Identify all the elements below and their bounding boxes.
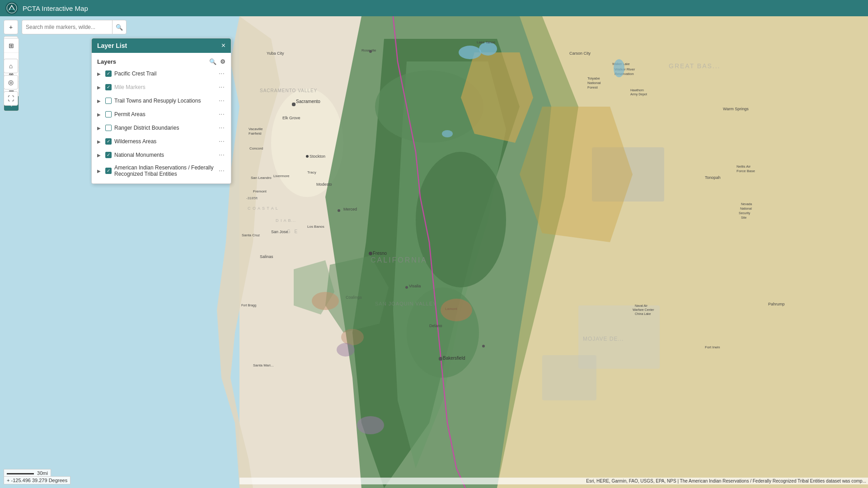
svg-point-79 bbox=[405, 286, 408, 289]
svg-text:Warfare Center: Warfare Center bbox=[633, 308, 654, 311]
svg-text:Nevada: Nevada bbox=[741, 202, 752, 206]
home-button[interactable]: ⌂ bbox=[4, 59, 18, 73]
svg-text:Santa Mari...: Santa Mari... bbox=[253, 363, 273, 367]
svg-text:-3185ft: -3185ft bbox=[246, 196, 258, 200]
svg-text:Merced: Merced bbox=[343, 207, 357, 211]
coordinates-text: + -125.496 39.279 Degrees bbox=[7, 478, 67, 483]
more-btn-permit[interactable]: ··· bbox=[218, 110, 225, 118]
more-btn-mon[interactable]: ··· bbox=[218, 151, 225, 159]
checkbox-ranger[interactable] bbox=[105, 125, 112, 131]
svg-point-85 bbox=[357, 416, 384, 434]
svg-text:Toiyabe: Toiyabe bbox=[587, 76, 600, 80]
layers-section-header: Layers 🔍 ⚙ bbox=[92, 56, 231, 67]
svg-text:Fresno: Fresno bbox=[373, 251, 387, 256]
svg-point-60 bbox=[614, 59, 624, 77]
zoom-in-button[interactable]: + bbox=[4, 20, 18, 34]
layer-item-permit[interactable]: ▶ Permit Areas ··· bbox=[92, 108, 231, 121]
nav-icons: ⌂ ◎ ⛶ bbox=[4, 59, 18, 106]
svg-point-0 bbox=[7, 3, 17, 13]
layer-item-tribal[interactable]: ▶ American Indian Reservations / Federal… bbox=[92, 162, 231, 180]
svg-text:Warm Springs: Warm Springs bbox=[723, 107, 749, 111]
checkbox-permit[interactable] bbox=[105, 111, 112, 117]
svg-text:Naval Air: Naval Air bbox=[635, 304, 648, 307]
layer-item-mile-markers[interactable]: ▶ Mile Markers ··· bbox=[92, 80, 231, 94]
expand-arrow-permit: ▶ bbox=[97, 112, 103, 117]
svg-text:SACRAMENTO VALLEY: SACRAMENTO VALLEY bbox=[260, 88, 317, 93]
attribution-text: Esri, HERE, Garmin, FAO, USGS, EPA, NPS … bbox=[586, 479, 866, 483]
layer-item-trail-towns[interactable]: ▶ Trail Towns and Resupply Locations ··· bbox=[92, 94, 231, 108]
checkbox-wild[interactable] bbox=[105, 138, 112, 145]
more-btn-tribal[interactable]: ··· bbox=[218, 167, 225, 175]
layer-name-mile: Mile Markers bbox=[114, 84, 215, 90]
search-button[interactable]: 🔍 bbox=[112, 20, 127, 34]
locate-button[interactable]: ◎ bbox=[4, 75, 18, 89]
more-btn-wild[interactable]: ··· bbox=[218, 137, 225, 145]
layer-item-ranger[interactable]: ▶ Ranger District Boundaries ··· bbox=[92, 121, 231, 135]
svg-text:Force Base: Force Base bbox=[737, 169, 755, 173]
svg-text:MOJAVE DE...: MOJAVE DE... bbox=[583, 336, 624, 342]
expand-arrow-mon: ▶ bbox=[97, 153, 103, 158]
checkbox-tribal[interactable] bbox=[105, 168, 112, 174]
layer-name-tribal: American Indian Reservations / Federally… bbox=[114, 164, 215, 177]
svg-point-80 bbox=[439, 357, 442, 361]
grid-button[interactable]: ⊞ bbox=[4, 38, 19, 53]
layer-filter-icon[interactable]: ⚙ bbox=[220, 58, 225, 65]
layer-name-ranger: Ranger District Boundaries bbox=[114, 125, 215, 131]
scale-label: 30mi bbox=[37, 470, 48, 476]
checkbox-mon[interactable] bbox=[105, 152, 112, 158]
svg-text:Roseville: Roseville bbox=[361, 48, 376, 52]
checkbox-trail[interactable] bbox=[105, 98, 112, 104]
map-attribution: Esri, HERE, Garmin, FAO, USGS, EPA, NPS … bbox=[239, 478, 868, 484]
svg-text:San Leandro: San Leandro bbox=[251, 176, 272, 180]
more-btn-mile[interactable]: ··· bbox=[218, 83, 225, 91]
coordinates-display: + -125.496 39.279 Degrees bbox=[4, 476, 70, 484]
app-logo bbox=[5, 2, 18, 14]
svg-text:C O A S T A L: C O A S T A L bbox=[248, 206, 278, 211]
layer-item-pct[interactable]: ▶ Pacific Crest Trail ··· bbox=[92, 67, 231, 80]
checkbox-mile[interactable] bbox=[105, 84, 112, 90]
svg-text:Modesto: Modesto bbox=[316, 182, 332, 187]
layer-search-icon[interactable]: 🔍 bbox=[209, 58, 216, 65]
layer-name-pct: Pacific Crest Trail bbox=[114, 70, 215, 77]
fullscreen-button[interactable]: ⛶ bbox=[4, 91, 18, 106]
layers-section-icons: 🔍 ⚙ bbox=[209, 58, 225, 65]
svg-text:Livermore: Livermore bbox=[273, 174, 290, 178]
more-btn-ranger[interactable]: ··· bbox=[218, 124, 225, 132]
svg-point-11 bbox=[442, 130, 453, 137]
svg-text:G E: G E bbox=[287, 229, 299, 234]
layer-panel-close-button[interactable]: × bbox=[221, 42, 225, 49]
layer-item-wilderness[interactable]: ▶ Wilderness Areas ··· bbox=[92, 135, 231, 148]
svg-text:Army Depot: Army Depot bbox=[630, 93, 647, 96]
svg-text:Salinas: Salinas bbox=[260, 254, 273, 259]
svg-text:Vacaville: Vacaville bbox=[249, 127, 263, 131]
svg-text:Hawthorn: Hawthorn bbox=[630, 89, 644, 92]
svg-text:Delano: Delano bbox=[429, 324, 442, 328]
svg-text:Forest: Forest bbox=[587, 85, 598, 89]
svg-text:Tonopah: Tonopah bbox=[705, 175, 721, 180]
svg-text:Fairfield: Fairfield bbox=[249, 131, 261, 136]
svg-text:Stockton: Stockton bbox=[310, 154, 325, 159]
checkbox-pct[interactable] bbox=[105, 70, 112, 77]
more-btn-pct[interactable]: ··· bbox=[218, 70, 225, 78]
svg-point-5 bbox=[416, 152, 506, 287]
svg-text:Yuba City: Yuba City bbox=[267, 51, 284, 56]
more-btn-trail[interactable]: ··· bbox=[218, 97, 225, 105]
svg-text:Nellis Air: Nellis Air bbox=[737, 164, 751, 169]
search-bar: 🔍 bbox=[22, 20, 127, 34]
search-input[interactable] bbox=[22, 20, 112, 34]
svg-text:D I A B...: D I A B... bbox=[276, 218, 296, 223]
svg-point-76 bbox=[369, 50, 372, 53]
svg-text:Fort Bragg: Fort Bragg bbox=[241, 304, 256, 307]
svg-text:Fremont: Fremont bbox=[253, 189, 267, 193]
svg-text:Fort Irwin: Fort Irwin bbox=[705, 345, 720, 349]
layer-list-panel: Layer List × Layers 🔍 ⚙ ▶ Pacific Crest … bbox=[91, 38, 231, 184]
svg-point-83 bbox=[341, 329, 364, 345]
svg-text:GREAT BAS...: GREAT BAS... bbox=[669, 62, 721, 70]
svg-text:Los Banos: Los Banos bbox=[307, 225, 324, 229]
app-title: PCTA Interactive Map bbox=[23, 5, 88, 12]
svg-text:CALIFORNIA: CALIFORNIA bbox=[371, 256, 427, 264]
expand-arrow-mile: ▶ bbox=[97, 85, 103, 90]
layer-panel-title: Layer List bbox=[97, 42, 127, 49]
svg-point-86 bbox=[337, 343, 355, 357]
layer-item-monuments[interactable]: ▶ National Monuments ··· bbox=[92, 148, 231, 162]
